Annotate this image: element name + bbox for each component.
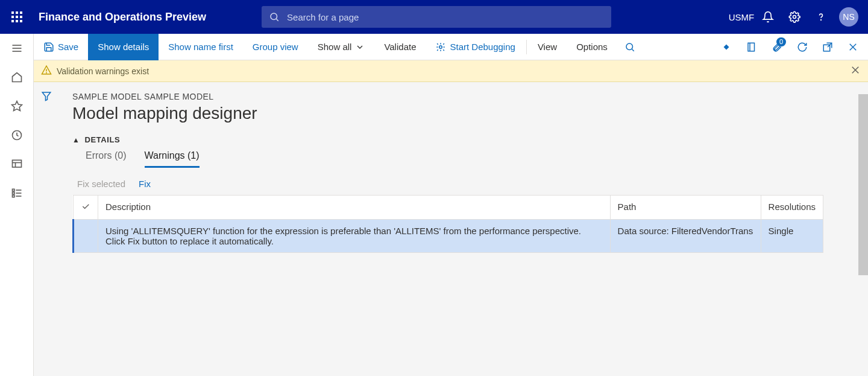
nav-workspaces-button[interactable] <box>0 150 34 179</box>
col-header-description[interactable]: Description <box>98 196 611 220</box>
svg-point-2 <box>793 16 796 19</box>
search-input[interactable] <box>286 11 604 23</box>
tab-errors[interactable]: Errors (0) <box>86 150 127 168</box>
scrollbar[interactable] <box>858 94 868 275</box>
start-debugging-button[interactable]: Start Debugging <box>426 34 524 60</box>
col-header-path[interactable]: Path <box>610 196 761 220</box>
svg-rect-21 <box>748 43 755 51</box>
close-warning-button[interactable] <box>850 65 861 77</box>
modules-icon <box>11 187 23 199</box>
search-icon <box>269 11 280 22</box>
hamburger-icon <box>11 42 23 54</box>
svg-point-3 <box>821 20 822 21</box>
view-label: View <box>538 42 557 52</box>
company-label[interactable]: USMF <box>728 0 755 34</box>
help-icon <box>815 11 827 23</box>
attachments-count: 0 <box>776 37 786 46</box>
nav-modules-button[interactable] <box>0 179 34 208</box>
search-icon <box>624 42 635 53</box>
show-all-button[interactable]: Show all <box>308 34 375 60</box>
refresh-icon <box>797 42 808 53</box>
save-icon <box>43 42 54 53</box>
popout-icon <box>822 42 833 53</box>
workspace-icon <box>11 158 23 170</box>
warning-message: Validation warnings exist <box>57 66 149 76</box>
debug-icon <box>435 42 446 53</box>
svg-point-28 <box>46 72 47 73</box>
fix-selected-button: Fix selected <box>77 179 125 189</box>
details-label: DETAILS <box>84 135 120 144</box>
svg-line-1 <box>277 19 278 21</box>
table-row[interactable]: Using 'ALLITEMSQUERY' function for the e… <box>74 220 823 253</box>
group-view-button[interactable]: Group view <box>243 34 308 60</box>
options-label: Options <box>576 42 608 52</box>
select-all-checkbox[interactable] <box>74 196 98 220</box>
svg-rect-13 <box>12 192 14 194</box>
save-button[interactable]: Save <box>34 34 88 60</box>
nav-expand-button[interactable] <box>0 34 34 63</box>
show-name-first-label: Show name first <box>168 42 233 52</box>
svg-marker-31 <box>42 92 51 101</box>
svg-marker-7 <box>11 101 22 111</box>
svg-rect-12 <box>12 189 14 191</box>
cell-description: Using 'ALLITEMSQUERY' function for the e… <box>98 220 611 253</box>
close-page-button[interactable] <box>840 34 866 60</box>
settings-button[interactable] <box>781 0 808 34</box>
diamond-icon <box>721 42 732 53</box>
show-all-label: Show all <box>318 42 352 52</box>
filter-panel-button[interactable] <box>41 91 52 376</box>
warning-icon <box>41 65 52 77</box>
row-selector[interactable] <box>74 220 98 253</box>
refresh-button[interactable] <box>790 34 815 60</box>
find-button[interactable] <box>617 34 643 60</box>
office-icon <box>746 42 757 53</box>
svg-point-18 <box>439 45 442 48</box>
app-title: Finance and Operations Preview <box>39 11 206 24</box>
validate-button[interactable]: Validate <box>374 34 426 60</box>
nav-favorites-button[interactable] <box>0 92 34 121</box>
filter-icon <box>41 91 52 101</box>
show-details-button[interactable]: Show details <box>88 34 159 60</box>
personalize-button[interactable] <box>714 34 739 60</box>
nav-recent-button[interactable] <box>0 121 34 150</box>
fix-button[interactable]: Fix <box>139 179 151 189</box>
svg-point-0 <box>271 13 277 20</box>
star-icon <box>11 100 23 112</box>
clock-icon <box>11 129 23 141</box>
svg-line-20 <box>632 49 634 51</box>
help-button[interactable] <box>808 0 834 34</box>
nav-home-button[interactable] <box>0 63 34 92</box>
chevron-down-icon <box>355 42 365 52</box>
notifications-button[interactable] <box>755 0 781 34</box>
save-label: Save <box>58 42 78 52</box>
show-name-first-button[interactable]: Show name first <box>159 34 243 60</box>
home-icon <box>11 71 23 83</box>
svg-point-19 <box>626 43 633 50</box>
avatar[interactable]: NS <box>839 7 858 27</box>
validate-label: Validate <box>384 42 416 52</box>
tab-warnings[interactable]: Warnings (1) <box>145 150 200 168</box>
app-launcher-button[interactable] <box>0 0 34 34</box>
check-icon <box>81 202 90 211</box>
options-menu-button[interactable]: Options <box>567 34 617 60</box>
caret-down-icon: ▲ <box>72 136 80 144</box>
close-icon <box>848 42 858 53</box>
close-icon <box>850 65 861 75</box>
cell-resolutions: Single <box>761 220 823 253</box>
separator <box>526 40 527 54</box>
gear-icon <box>788 11 800 23</box>
start-debugging-label: Start Debugging <box>450 42 515 52</box>
show-details-label: Show details <box>98 42 149 52</box>
attachments-button[interactable]: 0 <box>764 34 790 60</box>
cell-path: Data source: FilteredVendorTrans <box>610 220 761 253</box>
bell-icon <box>762 11 774 23</box>
waffle-icon <box>11 11 22 22</box>
validation-warning-bar: Validation warnings exist <box>34 60 868 82</box>
col-header-resolutions[interactable]: Resolutions <box>761 196 823 220</box>
office-apps-button[interactable] <box>739 34 764 60</box>
search-box[interactable] <box>262 6 611 28</box>
page-title: Model mapping designer <box>72 104 823 123</box>
details-section-header[interactable]: ▲ DETAILS <box>72 135 823 144</box>
view-menu-button[interactable]: View <box>528 34 567 60</box>
open-new-window-button[interactable] <box>815 34 840 60</box>
